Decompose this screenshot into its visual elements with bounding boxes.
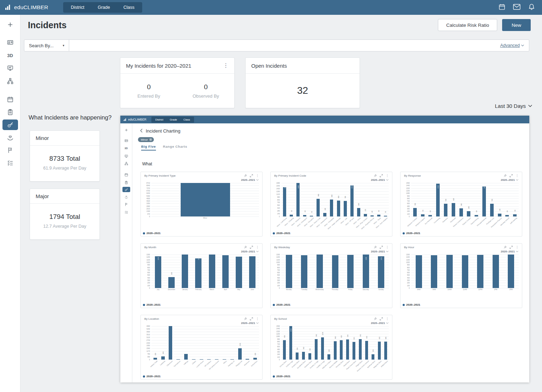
bar-code-6[interactable] <box>323 213 326 216</box>
chart-year-select[interactable]: 2020–2021 <box>501 178 518 182</box>
search-input[interactable] <box>69 40 500 51</box>
sidebar-item-forms[interactable] <box>2 107 18 117</box>
bar-hour-5[interactable] <box>493 255 499 288</box>
bar-school-15[interactable] <box>378 342 381 360</box>
expand-icon[interactable] <box>250 317 253 320</box>
bar-school-5[interactable] <box>315 339 318 360</box>
bar-code-7[interactable] <box>330 200 333 216</box>
bar-school-13[interactable] <box>365 341 368 360</box>
tab-range-charts[interactable]: Range Charts <box>163 145 187 151</box>
panel-tab-grade[interactable]: Grade <box>167 117 180 122</box>
bar-hour-1[interactable] <box>431 255 437 288</box>
notifications-button[interactable] <box>528 4 535 11</box>
bar-response-5[interactable] <box>452 203 455 216</box>
bar-response-9[interactable] <box>482 186 486 216</box>
bar-hour-3[interactable] <box>462 255 468 288</box>
bar-hour-4[interactable] <box>477 255 483 288</box>
back-button[interactable] <box>140 128 143 134</box>
bar-response-4[interactable] <box>444 204 447 216</box>
panel-sidebar-item-3d[interactable]: 3D <box>122 146 130 151</box>
kebab-icon[interactable]: ⋮ <box>256 174 259 177</box>
panel-add-button[interactable] <box>122 127 130 133</box>
bar-school-7[interactable] <box>327 354 330 360</box>
bar-hour-0[interactable] <box>416 255 422 288</box>
bar-school-3[interactable] <box>302 352 305 360</box>
bar-code-8[interactable] <box>337 201 340 216</box>
panel-sidebar-item-hierarchy[interactable] <box>122 161 130 166</box>
bar-code-11[interactable] <box>357 208 360 216</box>
bar-location-2[interactable] <box>169 326 172 360</box>
panel-sidebar-item-students[interactable] <box>122 138 130 143</box>
calendar-button[interactable] <box>499 4 505 11</box>
bar-code-0[interactable] <box>283 187 286 216</box>
tab-big-five[interactable]: Big Five <box>141 145 156 151</box>
major-card[interactable]: Major 1794 Total 12.7 Average Per Day <box>30 189 100 240</box>
last-30-days-dropdown[interactable]: Last 30 Days <box>495 103 532 109</box>
kebab-icon[interactable]: ⋮ <box>223 63 229 68</box>
expand-icon[interactable] <box>250 246 253 249</box>
kebab-icon[interactable]: ⋮ <box>256 246 259 249</box>
minor-card[interactable]: Minor 8733 Total 61.9 Average Per Day <box>30 130 100 182</box>
pin-icon[interactable] <box>374 174 377 177</box>
bar-location-11[interactable] <box>238 348 242 360</box>
bar-school-8[interactable] <box>334 341 337 360</box>
bar-month-6[interactable] <box>236 257 242 288</box>
bar-school-12[interactable] <box>359 339 362 360</box>
calculate-risk-ratio-button[interactable]: Calculate Risk Ratio <box>438 19 497 31</box>
kebab-icon[interactable]: ⋮ <box>256 317 259 320</box>
bar-school-2[interactable] <box>296 353 299 360</box>
bar-school-14[interactable] <box>372 354 374 360</box>
expand-icon[interactable] <box>380 246 383 249</box>
tab-district[interactable]: District <box>64 3 91 12</box>
kebab-icon[interactable]: ⋮ <box>516 174 519 177</box>
bar-response-11[interactable] <box>498 214 501 216</box>
bar-location-4[interactable] <box>184 354 188 360</box>
bar-weekday-3[interactable] <box>332 255 338 288</box>
panel-sidebar-item-forms[interactable] <box>122 180 130 185</box>
bar-school-11[interactable] <box>353 342 355 360</box>
chart-year-select[interactable]: 2020–2021 <box>371 321 389 325</box>
bar-school-16[interactable] <box>384 342 387 360</box>
bar-month-7[interactable] <box>249 256 255 288</box>
sidebar-item-hierarchy[interactable] <box>2 76 18 86</box>
panel-tab-class[interactable]: Class <box>180 117 193 122</box>
expand-icon[interactable] <box>250 174 253 177</box>
advanced-link[interactable]: Advanced <box>500 43 524 48</box>
bar-month-2[interactable] <box>182 255 188 288</box>
pin-icon[interactable] <box>374 246 377 249</box>
expand-icon[interactable] <box>510 174 513 177</box>
new-button[interactable]: New <box>502 19 531 31</box>
bar-hour-2[interactable] <box>446 255 453 288</box>
expand-icon[interactable] <box>380 174 383 177</box>
panel-sidebar-item-incidents[interactable] <box>122 187 130 192</box>
bar-month-3[interactable] <box>195 258 201 288</box>
pin-icon[interactable] <box>244 317 247 320</box>
chip-close-icon[interactable]: × <box>149 138 152 141</box>
sidebar-item-3d[interactable]: 3D <box>2 50 18 61</box>
bar-school-0[interactable] <box>283 340 286 360</box>
chart-year-select[interactable]: 2020–2021 <box>241 178 259 182</box>
bar-weekday-1[interactable] <box>301 255 307 288</box>
add-button[interactable] <box>2 19 18 30</box>
pin-icon[interactable] <box>244 246 247 249</box>
pin-icon[interactable] <box>244 174 247 177</box>
chart-year-select[interactable]: 2020–2021 <box>241 250 259 253</box>
bar-code-12[interactable] <box>364 214 367 216</box>
panel-sidebar-item-milestones[interactable] <box>122 202 130 207</box>
brand[interactable]: eduCLIMBER <box>5 4 48 11</box>
panel-tab-district[interactable]: District <box>152 117 167 122</box>
panel-sidebar-item-interventions[interactable] <box>122 194 130 200</box>
sidebar-item-students[interactable] <box>2 37 18 48</box>
chart-year-select[interactable]: 2020–2021 <box>241 321 259 325</box>
panel-sidebar-item-screener[interactable] <box>122 153 130 159</box>
bar-response-0[interactable] <box>413 208 417 216</box>
sidebar-item-milestones[interactable] <box>2 145 18 155</box>
bar-month-5[interactable] <box>222 255 229 288</box>
bar-response-6[interactable] <box>459 208 463 216</box>
kebab-icon[interactable]: ⋮ <box>386 174 389 177</box>
chart-year-select[interactable]: 2020–2021 <box>371 178 389 182</box>
bar-weekday-4[interactable] <box>347 255 354 288</box>
search-by-dropdown[interactable]: Search By... ▾ <box>24 40 69 51</box>
bar-school-9[interactable] <box>340 340 343 360</box>
pin-icon[interactable] <box>504 174 507 177</box>
